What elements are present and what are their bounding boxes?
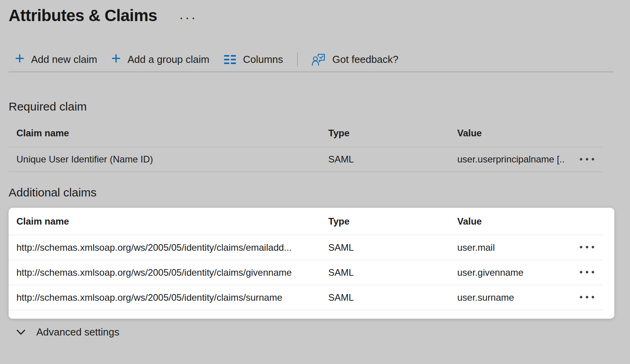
columns-icon	[224, 54, 236, 65]
advanced-settings-label: Advanced settings	[36, 326, 119, 338]
value-column-header: Value	[457, 216, 565, 227]
claim-row-email[interactable]: http://schemas.xmlsoap.org/ws/2005/05/id…	[9, 235, 603, 260]
columns-label: Columns	[243, 54, 283, 64]
section-divider	[9, 71, 614, 72]
row-actions-icon[interactable]: •••	[580, 268, 603, 277]
additional-claims-heading: Additional claims	[9, 186, 630, 200]
claim-row-surname[interactable]: http://schemas.xmlsoap.org/ws/2005/05/id…	[9, 285, 603, 310]
add-new-claim-button[interactable]: + Add new claim	[15, 54, 97, 64]
type-cell: SAML	[328, 292, 457, 303]
command-bar: + Add new claim + Add a group claim Colu…	[15, 51, 630, 68]
row-actions-icon[interactable]: •••	[580, 155, 603, 164]
chevron-down-icon	[16, 329, 25, 335]
claim-name-column-header: Claim name	[9, 216, 328, 227]
type-cell: SAML	[328, 242, 457, 253]
plus-icon: +	[111, 53, 121, 64]
columns-button[interactable]: Columns	[224, 54, 283, 65]
required-claim-heading: Required claim	[9, 100, 630, 114]
attributes-claims-page: Attributes & Claims ··· + Add new claim …	[0, 0, 630, 364]
got-feedback-button[interactable]: Got feedback?	[312, 54, 398, 66]
value-cell: user.surname	[457, 292, 565, 303]
required-claim-row[interactable]: Unique User Identifier (Name ID) SAML us…	[9, 147, 603, 172]
add-new-claim-label: Add new claim	[31, 54, 97, 64]
row-actions-icon[interactable]: •••	[580, 293, 603, 302]
page-header: Attributes & Claims ···	[0, 0, 630, 26]
type-column-header: Type	[328, 216, 457, 227]
claim-row-givenname[interactable]: http://schemas.xmlsoap.org/ws/2005/05/id…	[9, 260, 603, 285]
value-cell: user.givenname	[457, 267, 565, 278]
type-cell: SAML	[328, 154, 457, 165]
table-header-row: Claim name Type Value	[9, 208, 603, 235]
type-cell: SAML	[328, 267, 457, 278]
value-cell: user.userprincipalname [...	[457, 154, 565, 165]
value-cell: user.mail	[457, 242, 565, 253]
add-group-claim-button[interactable]: + Add a group claim	[111, 54, 209, 64]
plus-icon: +	[15, 53, 25, 64]
additional-claims-card: Claim name Type Value http://schemas.xml…	[9, 208, 614, 319]
claim-name-cell: Unique User Identifier (Name ID)	[9, 154, 328, 165]
toolbar-divider	[297, 52, 298, 66]
type-column-header: Type	[328, 128, 457, 139]
advanced-settings-expander[interactable]: Advanced settings	[16, 325, 119, 339]
row-actions-icon[interactable]: •••	[580, 243, 603, 252]
claim-name-cell: http://schemas.xmlsoap.org/ws/2005/05/id…	[9, 242, 328, 253]
table-header-row: Claim name Type Value	[9, 119, 603, 147]
value-column-header: Value	[457, 128, 565, 139]
got-feedback-label: Got feedback?	[332, 54, 398, 64]
more-options-icon[interactable]: ···	[179, 11, 197, 24]
person-feedback-icon	[312, 54, 326, 66]
required-claim-table: Claim name Type Value Unique User Identi…	[9, 119, 603, 172]
additional-claims-table: Claim name Type Value http://schemas.xml…	[9, 208, 603, 310]
page-title: Attributes & Claims	[9, 5, 157, 26]
claim-name-column-header: Claim name	[9, 128, 328, 139]
claim-name-cell: http://schemas.xmlsoap.org/ws/2005/05/id…	[9, 292, 328, 303]
claim-name-cell: http://schemas.xmlsoap.org/ws/2005/05/id…	[9, 267, 328, 278]
add-group-claim-label: Add a group claim	[127, 54, 209, 64]
